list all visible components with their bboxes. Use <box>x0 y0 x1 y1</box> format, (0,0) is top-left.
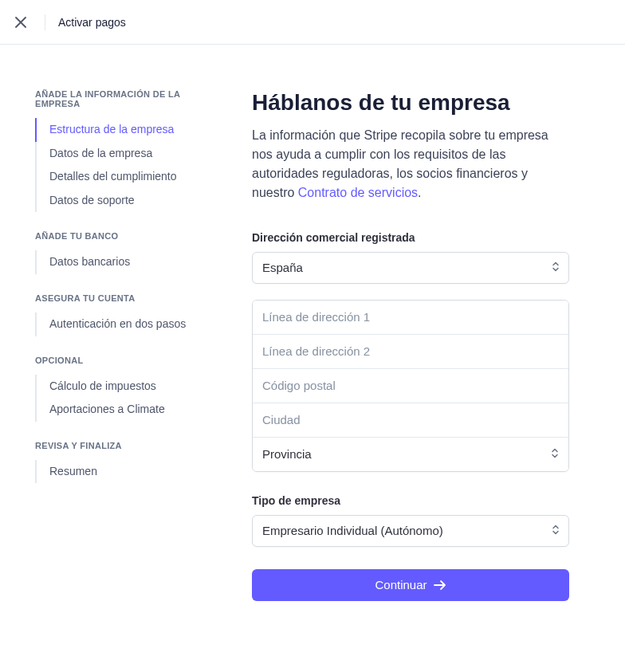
sidebar-item-summary[interactable]: Resumen <box>35 460 220 484</box>
address-line-2-input[interactable] <box>253 335 568 368</box>
city-input[interactable] <box>253 403 568 437</box>
close-button[interactable] <box>10 11 32 33</box>
sidebar-item-label: Datos de soporte <box>49 194 135 206</box>
sidebar-item-compliance-details[interactable]: Detalles del cumplimiento <box>35 165 220 189</box>
sidebar-section-title: AÑADE LA INFORMACIÓN DE LA EMPRESA <box>35 89 220 108</box>
sidebar: AÑADE LA INFORMACIÓN DE LA EMPRESA Estru… <box>35 89 220 601</box>
divider <box>45 14 45 30</box>
sidebar-section-optional: OPCIONAL Cálculo de impuestos Aportacion… <box>35 356 220 422</box>
arrow-right-icon <box>434 580 446 591</box>
sidebar-item-support-data[interactable]: Datos de soporte <box>35 189 220 213</box>
sidebar-item-tax-calc[interactable]: Cálculo de impuestos <box>35 375 220 399</box>
sidebar-item-company-data[interactable]: Datos de la empresa <box>35 142 220 166</box>
main-description: La información que Stripe recopila sobre… <box>252 126 569 202</box>
province-select[interactable]: Provincia <box>253 438 568 471</box>
sidebar-item-bank-data[interactable]: Datos bancarios <box>35 250 220 274</box>
sidebar-item-label: Datos bancarios <box>49 255 130 268</box>
sidebar-item-label: Autenticación en dos pasos <box>49 317 186 330</box>
address-section-label: Dirección comercial registrada <box>252 231 569 244</box>
sidebar-item-label: Detalles del cumplimiento <box>49 170 177 183</box>
country-select-wrap: España <box>252 252 569 284</box>
address-line-1-input[interactable] <box>253 301 568 334</box>
sidebar-item-company-structure[interactable]: Estructura de la empresa <box>35 118 220 142</box>
business-type-section: Tipo de empresa Empresario Individual (A… <box>252 494 569 547</box>
sidebar-section-title: AÑADE TU BANCO <box>35 231 220 241</box>
page-title: Activar pagos <box>58 16 126 29</box>
sidebar-item-label: Cálculo de impuestos <box>49 379 156 392</box>
address-section: Dirección comercial registrada España Pr… <box>252 231 569 472</box>
sidebar-section-secure-account: ASEGURA TU CUENTA Autenticación en dos p… <box>35 293 220 336</box>
sidebar-item-climate[interactable]: Aportaciones a Climate <box>35 398 220 422</box>
sidebar-item-label: Resumen <box>49 465 97 477</box>
sidebar-item-label: Datos de la empresa <box>49 147 152 159</box>
business-type-select-wrap: Empresario Individual (Autónomo) <box>252 515 569 547</box>
main-content: Háblanos de tu empresa La información qu… <box>252 89 588 601</box>
sidebar-section-title: REVISA Y FINALIZA <box>35 441 220 450</box>
continue-button[interactable]: Continuar <box>252 569 569 601</box>
country-select[interactable]: España <box>252 252 569 284</box>
sidebar-item-label: Aportaciones a Climate <box>49 403 165 415</box>
description-text-post: . <box>418 186 421 199</box>
business-type-select[interactable]: Empresario Individual (Autónomo) <box>252 515 569 547</box>
tos-link[interactable]: Contrato de servicios <box>298 186 418 199</box>
sidebar-section-company-info: AÑADE LA INFORMACIÓN DE LA EMPRESA Estru… <box>35 89 220 212</box>
business-type-label: Tipo de empresa <box>252 494 569 507</box>
sidebar-section-bank: AÑADE TU BANCO Datos bancarios <box>35 231 220 274</box>
address-stack: Provincia <box>252 300 569 472</box>
top-bar: Activar pagos <box>0 0 625 45</box>
close-icon <box>15 17 26 28</box>
main-heading: Háblanos de tu empresa <box>252 89 569 116</box>
postal-code-input[interactable] <box>253 369 568 403</box>
sidebar-section-review: REVISA Y FINALIZA Resumen <box>35 441 220 484</box>
sidebar-item-label: Estructura de la empresa <box>49 123 174 136</box>
sidebar-section-title: ASEGURA TU CUENTA <box>35 293 220 303</box>
continue-button-label: Continuar <box>375 578 426 591</box>
sidebar-item-two-factor[interactable]: Autenticación en dos pasos <box>35 312 220 336</box>
sidebar-section-title: OPCIONAL <box>35 356 220 365</box>
